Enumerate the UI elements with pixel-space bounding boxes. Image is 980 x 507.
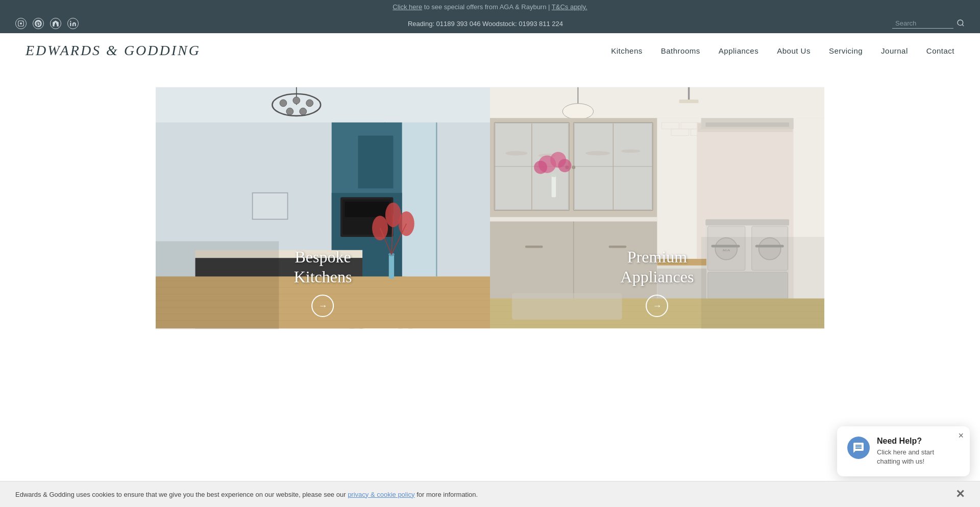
announcement-tc-link[interactable]: T&Cs apply.: [552, 3, 587, 11]
announcement-link[interactable]: Click here: [393, 3, 422, 11]
chat-title: Need Help?: [877, 437, 958, 446]
search-button[interactable]: [957, 19, 965, 29]
nav-about-us[interactable]: About Us: [777, 46, 811, 55]
announcement-middle: to see special offers from AGA & Rayburn…: [424, 3, 552, 11]
svg-point-75: [558, 159, 572, 172]
svg-point-66: [572, 165, 575, 169]
premium-appliances-overlay[interactable]: Premium Appliances →: [621, 247, 694, 317]
svg-point-7: [280, 100, 287, 107]
social-icon-pinterest[interactable]: [33, 18, 44, 29]
svg-rect-14: [436, 123, 437, 277]
chat-widget[interactable]: × Need Help? Click here and start chatti…: [837, 426, 970, 476]
svg-point-70: [621, 149, 641, 153]
svg-rect-107: [705, 123, 789, 127]
svg-rect-48: [253, 193, 288, 220]
svg-point-8: [293, 97, 300, 104]
chat-body: Click here and start chatting with us!: [877, 448, 958, 466]
bespoke-kitchens-overlay[interactable]: Bespoke Kitchens →: [294, 247, 352, 317]
cookie-close-button[interactable]: ✕: [955, 488, 965, 501]
nav-kitchens[interactable]: Kitchens: [611, 46, 643, 55]
svg-point-72: [551, 174, 557, 177]
cookie-policy-link[interactable]: privacy & cookie policy: [348, 491, 415, 498]
svg-point-53: [562, 104, 593, 119]
social-icon-instagram[interactable]: [15, 18, 27, 29]
cookie-text-after: for more information.: [416, 491, 478, 498]
cookie-text-before: Edwards & Godding uses cookies to ensure…: [15, 491, 348, 498]
svg-rect-16: [358, 136, 393, 188]
svg-rect-81: [490, 217, 657, 222]
svg-point-1: [958, 20, 963, 26]
nav-servicing[interactable]: Servicing: [829, 46, 863, 55]
social-icon-linkedin[interactable]: [67, 18, 79, 29]
search-area: [892, 18, 965, 29]
hero-wrapper: Bespoke Kitchens →: [0, 68, 980, 348]
bespoke-kitchens-arrow[interactable]: →: [312, 295, 334, 317]
svg-rect-40: [389, 254, 394, 278]
main-header: EDWARDS & GODDING Kitchens Bathrooms App…: [0, 33, 980, 68]
hero-panel-appliances[interactable]: AGA: [490, 68, 824, 348]
cookie-text: Edwards & Godding uses cookies to ensure…: [15, 491, 478, 498]
hero-panel-kitchens[interactable]: Bespoke Kitchens →: [156, 68, 490, 348]
svg-rect-55: [679, 100, 699, 103]
svg-point-45: [372, 216, 388, 240]
chat-widget-close[interactable]: ×: [958, 430, 964, 441]
main-nav: Kitchens Bathrooms Appliances About Us S…: [611, 46, 954, 55]
svg-rect-79: [525, 246, 543, 248]
premium-appliances-arrow[interactable]: →: [646, 295, 668, 317]
svg-point-69: [585, 151, 610, 156]
nav-bathrooms[interactable]: Bathrooms: [661, 46, 700, 55]
premium-appliances-title: Premium Appliances: [621, 247, 694, 286]
secondary-bar: Reading: 01189 393 046 Woodstock: 01993 …: [0, 14, 980, 33]
svg-rect-20: [345, 202, 389, 217]
social-icons-group: [15, 18, 79, 29]
logo-text: EDWARDS & GODDING: [26, 42, 201, 58]
svg-point-67: [505, 151, 527, 156]
svg-point-0: [20, 22, 22, 25]
svg-rect-94: [705, 219, 789, 225]
cookie-bar: Edwards & Godding uses cookies to ensure…: [0, 481, 980, 507]
announcement-bar: Click here to see special offers from AG…: [0, 0, 980, 14]
nav-contact[interactable]: Contact: [926, 46, 954, 55]
svg-point-47: [399, 211, 414, 236]
svg-rect-71: [552, 175, 556, 197]
nav-journal[interactable]: Journal: [881, 46, 908, 55]
svg-point-10: [286, 108, 293, 115]
bespoke-kitchens-title: Bespoke Kitchens: [294, 247, 352, 286]
svg-rect-114: [701, 237, 824, 329]
logo[interactable]: EDWARDS & GODDING: [26, 42, 201, 59]
svg-rect-49: [156, 242, 279, 329]
nav-appliances[interactable]: Appliances: [719, 46, 758, 55]
svg-point-76: [534, 161, 547, 174]
svg-point-9: [306, 100, 313, 107]
svg-rect-4: [156, 87, 490, 123]
svg-point-11: [300, 108, 307, 115]
svg-rect-54: [688, 87, 690, 101]
svg-rect-113: [512, 293, 622, 320]
hero-section: Bespoke Kitchens →: [156, 68, 824, 348]
chat-bubble-icon: [847, 437, 870, 459]
chat-text: Need Help? Click here and start chatting…: [877, 437, 958, 466]
social-icon-houzz[interactable]: [50, 18, 61, 29]
svg-line-2: [962, 25, 964, 26]
contact-info: Reading: 01189 393 046 Woodstock: 01993 …: [408, 20, 563, 28]
svg-rect-51: [490, 87, 824, 118]
search-input[interactable]: [892, 18, 953, 29]
